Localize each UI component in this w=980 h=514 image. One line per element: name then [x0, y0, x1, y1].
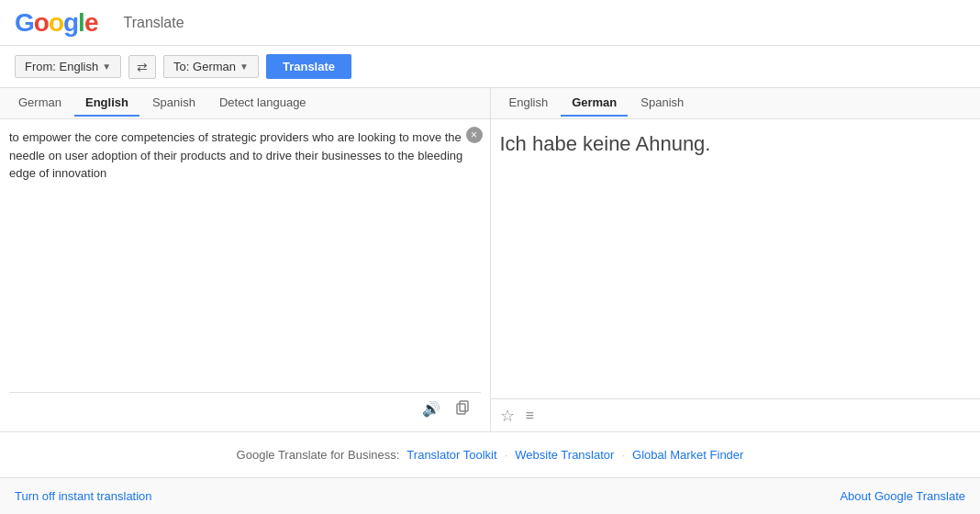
copy-icon [455, 402, 470, 418]
speak-button[interactable]: 🔊 [418, 398, 444, 419]
source-tab-detect[interactable]: Detect language [208, 90, 317, 117]
from-language-button[interactable]: From: English ▼ [15, 55, 121, 78]
from-language-label: From: English [25, 60, 98, 73]
main-content: German English Spanish Detect language t… [0, 88, 980, 431]
translate-button[interactable]: Translate [266, 54, 351, 79]
app-label: Translate [123, 15, 184, 31]
separator-2: · [621, 448, 625, 462]
source-language-tabs: German English Spanish Detect language [0, 88, 490, 119]
target-tab-spanish[interactable]: Spanish [629, 90, 695, 117]
translation-output: Ich habe keine Ahnung. [491, 119, 981, 398]
swap-icon: ⇄ [137, 60, 148, 74]
source-text-input[interactable]: to empower the core competencies of stra… [9, 128, 481, 389]
about-google-translate-link[interactable]: About Google Translate [840, 489, 965, 503]
copy-button[interactable] [451, 398, 473, 420]
target-tab-german[interactable]: German [561, 90, 628, 117]
to-language-arrow-icon: ▼ [239, 61, 249, 72]
website-translator-link[interactable]: Website Translator [515, 448, 614, 462]
source-tab-spanish[interactable]: Spanish [141, 90, 206, 117]
turn-off-instant-translation-link[interactable]: Turn off instant translation [15, 489, 152, 503]
toolbar: From: English ▼ ⇄ To: German ▼ Translate [0, 46, 980, 88]
business-footer: Google Translate for Business: Translato… [0, 431, 980, 477]
input-toolbar: 🔊 [9, 392, 481, 425]
to-language-label: To: German [173, 60, 236, 73]
output-toolbar: ☆ ≡ [491, 398, 981, 431]
swap-languages-button[interactable]: ⇄ [128, 55, 156, 79]
source-tab-english[interactable]: English [74, 90, 139, 117]
star-icon: ☆ [500, 407, 515, 425]
header: Google Translate [0, 0, 980, 46]
star-translation-button[interactable]: ☆ [498, 404, 517, 428]
speak-icon: 🔊 [422, 401, 440, 417]
source-tab-german[interactable]: German [7, 90, 72, 117]
google-logo: Google [15, 10, 97, 36]
target-language-tabs: English German Spanish [491, 88, 981, 119]
bottom-bar: Turn off instant translation About Googl… [0, 477, 980, 514]
svg-rect-0 [457, 404, 465, 414]
left-panel: German English Spanish Detect language t… [0, 88, 491, 431]
svg-rect-1 [460, 401, 468, 411]
right-panel: English German Spanish Ich habe keine Ah… [491, 88, 981, 431]
from-language-arrow-icon: ▼ [102, 61, 111, 72]
translator-toolkit-link[interactable]: Translator Toolkit [406, 448, 496, 462]
target-tab-english[interactable]: English [498, 90, 560, 117]
to-language-button[interactable]: To: German ▼ [163, 55, 259, 78]
translation-details-button[interactable]: ≡ [524, 406, 536, 426]
lines-icon: ≡ [526, 408, 534, 423]
separator-1: · [505, 448, 508, 462]
global-market-finder-link[interactable]: Global Market Finder [632, 448, 743, 462]
business-footer-label: Google Translate for Business: [237, 448, 400, 462]
clear-input-button[interactable]: × [466, 127, 483, 143]
input-area: to empower the core competencies of stra… [0, 119, 490, 431]
